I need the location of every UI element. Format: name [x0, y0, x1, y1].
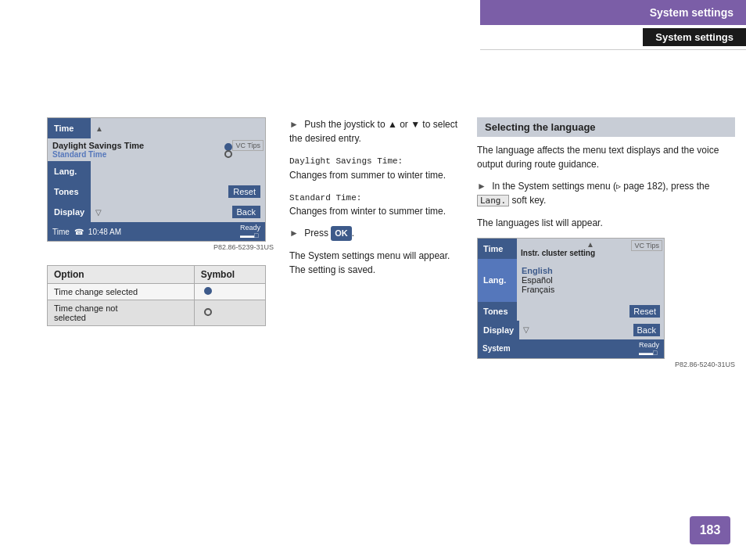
right-text-bullet: ► In the System settings menu (▹ page 18… [477, 179, 735, 208]
lang-device-row-top: Time ▲ Instr. cluster setting VC Tips [478, 239, 664, 259]
lang-device-row-display: Display ▽ Back [478, 321, 664, 339]
triangle-down-icon [95, 207, 102, 217]
device-lang-content [91, 161, 265, 181]
instruction-standard: Standard Time: Changes from winter to su… [289, 190, 461, 219]
standard-time-text: Standard Time [52, 150, 106, 159]
device-tab-time: Time [48, 118, 91, 138]
table-row: Time change selected [48, 284, 266, 300]
right-text-body1: The language affects the menu text displ… [477, 143, 735, 171]
symbol-radio-empty [204, 308, 212, 316]
lang-device-row-tones: Tones Reset [478, 302, 664, 321]
back-button[interactable]: Back [232, 206, 260, 218]
status-time-label: Time [52, 228, 70, 236]
lang-triangle-down-icon: ▽ [523, 325, 529, 334]
lang-option-francais: Français [522, 285, 659, 294]
device-daylight-row: Daylight Savings Time VC Tips Standard T… [48, 138, 265, 161]
device-row-lang: Lang. [48, 161, 265, 181]
instruction-press-ok: ► Press OK. [289, 226, 461, 241]
reset-button[interactable]: Reset [228, 185, 260, 198]
header-title: System settings [480, 0, 746, 25]
device-row-daylight: Daylight Savings Time VC Tips Standard T… [48, 138, 265, 161]
lang-status-bar: System Ready▬▬□ [478, 339, 664, 358]
lang-fig-caption: P82.86-5240-31US [477, 361, 735, 368]
fig-caption-left: P82.86-5239-31US [47, 243, 274, 251]
header-subtitle: System settings [643, 28, 746, 46]
symbol-cell-1 [194, 284, 265, 300]
option-cell-1: Time change selected [48, 284, 195, 300]
triangle-up-icon [95, 124, 103, 133]
status-ready: Ready▬▬□ [240, 224, 260, 239]
lang-device-row-lang: Lang. English Español Français [478, 259, 664, 302]
daylight-text: Daylight Savings Time [52, 141, 144, 150]
right-bullet-arrow: ► [477, 181, 486, 192]
symbol-radio-filled [204, 287, 212, 295]
lang-reset-button[interactable]: Reset [629, 305, 660, 318]
device-tab-display: Display [48, 202, 91, 222]
lang-language-list: English Español Français [517, 259, 664, 302]
device-screen: Time Daylight Savings Time VC Tips Stand… [47, 117, 266, 242]
device-tones-content: Reset [91, 181, 265, 202]
right-panel: Selecting the language The language affe… [477, 117, 735, 368]
middle-panel: ► Push the joystick to ▲ or ▼ to select … [289, 117, 461, 285]
col-header-symbol: Symbol [194, 266, 265, 284]
bullet-arrow-1: ► [289, 119, 299, 130]
lang-vc-tips-badge: VC Tips [631, 240, 662, 251]
left-panel: Time Daylight Savings Time VC Tips Stand… [47, 117, 274, 326]
device-row-tones: Tones Reset [48, 181, 265, 202]
lang-tab-display: Display [478, 321, 519, 339]
lang-softkey-inline: Lang. [477, 195, 509, 206]
col-header-option: Option [48, 266, 195, 284]
option-table: Option Symbol Time change selected Time … [47, 265, 266, 326]
lang-status-label: System [482, 344, 511, 353]
table-row: Time change notselected [48, 300, 266, 326]
device-tab-tones: Tones [48, 181, 91, 202]
ok-button-inline: OK [331, 226, 352, 241]
instruction-push-joystick: ► Push the joystick to ▲ or ▼ to select … [289, 117, 461, 145]
instruction-daylight: Daylight Savings Time: Changes from summ… [289, 153, 461, 182]
lang-option-english: English [522, 266, 659, 275]
standard-time-radio [224, 150, 232, 158]
device-display-content: Back [91, 202, 265, 222]
device-row-time-top: Time [48, 118, 265, 138]
status-clock: 10:48 AM [88, 228, 121, 236]
lang-status-ready: Ready▬▬□ [639, 341, 659, 357]
mono-daylight-label: Daylight Savings Time: [289, 156, 403, 166]
option-cell-2: Time change notselected [48, 300, 195, 326]
lang-option-espanol: Español [522, 275, 659, 285]
instruction-menu-appear: The System settings menu will appear. Th… [289, 249, 461, 277]
lang-device-screen: Time ▲ Instr. cluster setting VC Tips La… [477, 238, 665, 359]
vc-tips-badge: VC Tips [232, 140, 264, 151]
device-row-display: Display Back [48, 202, 265, 222]
lang-display-content: ▽ Back [519, 321, 664, 339]
right-text-body2: The languages list will appear. [477, 216, 735, 230]
lang-tab-tones: Tones [478, 302, 517, 321]
lang-tab-lang-active: Lang. [478, 259, 517, 302]
bullet-arrow-2: ► [289, 228, 299, 239]
device-tab-lang: Lang. [48, 161, 91, 181]
symbol-cell-2 [194, 300, 265, 326]
device-status-bar: Time ☎ 10:48 AM Ready▬▬□ [48, 222, 265, 241]
lang-tones-content: Reset [517, 302, 664, 321]
device-header-content [91, 118, 265, 138]
page-number: 183 [690, 516, 730, 544]
section-header-lang: Selecting the language [477, 117, 735, 137]
header-subtitle-row: System settings [480, 25, 746, 50]
header-bar: System settings System settings [480, 0, 746, 50]
status-icon: ☎ [74, 228, 84, 236]
lang-tab-time: Time [478, 239, 517, 259]
mono-standard-label: Standard Time: [289, 193, 361, 203]
lang-header-content: ▲ Instr. cluster setting VC Tips [517, 239, 664, 259]
lang-back-button[interactable]: Back [633, 324, 660, 336]
